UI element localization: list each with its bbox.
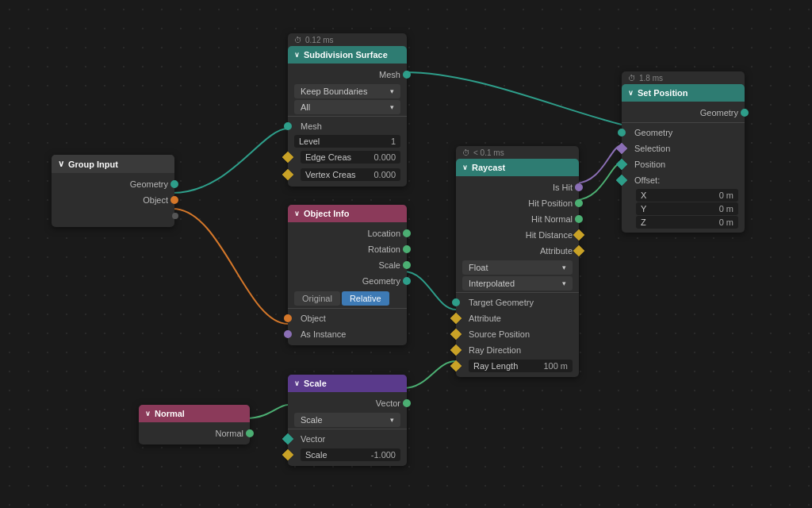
subdivision-surface-dropdown2[interactable]: All ▾	[294, 100, 400, 114]
chevron-down-icon2: ▾	[390, 103, 394, 111]
scale-vector-in-label: Vector	[294, 434, 400, 444]
raycast-raylength-row: Ray Length 100 m	[456, 358, 579, 374]
group-input-geometry-label: Geometry	[58, 179, 168, 189]
normal-header: ∨ Normal	[139, 405, 250, 422]
object-info-scale-socket[interactable]	[403, 261, 411, 269]
raycast-hitnormal-label: Hit Normal	[462, 214, 573, 224]
raycast-ishit-socket[interactable]	[575, 183, 583, 191]
raycast-attribute-out-socket[interactable]	[573, 245, 584, 256]
raycast-hitposition-socket[interactable]	[575, 199, 583, 207]
subdivision-surface-mesh-in-label: Mesh	[294, 121, 400, 131]
set-position-timer: 1.8 ms	[639, 74, 663, 83]
subdivision-surface-vertex-field[interactable]: Vertex Creas 0.000	[301, 168, 400, 181]
raycast-sourcepos-socket[interactable]	[450, 329, 462, 340]
group-input-geometry-socket[interactable]	[170, 180, 178, 188]
object-info-object-label: Object	[294, 314, 400, 323]
raycast-float-label: Float	[469, 263, 488, 272]
raycast-hitposition-row: Hit Position	[456, 195, 579, 211]
object-info-location-socket[interactable]	[403, 229, 411, 237]
chevron-down-icon: ▾	[390, 87, 394, 95]
group-input-object-socket[interactable]	[170, 196, 178, 204]
raycast-interpolated-dropdown[interactable]: Interpolated ▾	[462, 276, 573, 291]
raycast-raydir-label: Ray Direction	[462, 345, 573, 355]
subdivision-surface-vertex-value: 0.000	[373, 170, 396, 179]
normal-out-socket[interactable]	[246, 429, 254, 437]
subdivision-surface-mesh-in-row: Mesh	[288, 118, 407, 134]
group-input-extra-row	[52, 208, 174, 224]
normal-title: Normal	[155, 409, 185, 418]
set-position-x-field[interactable]: X 0 m	[636, 189, 738, 202]
subdivision-surface-arrow: ∨	[294, 51, 300, 59]
raycast-raylength-field[interactable]: Ray Length 100 m	[469, 360, 573, 372]
set-position-geometry-in-row: Geometry	[622, 125, 745, 140]
set-position-y-value: 0 m	[719, 204, 733, 214]
set-position-position-socket[interactable]	[616, 159, 627, 170]
object-info-arrow: ∨	[294, 210, 300, 217]
set-position-z-label: Z	[641, 217, 719, 227]
raycast-attribute-out-label: Attribute	[462, 246, 573, 256]
set-position-geometry-in-label: Geometry	[628, 128, 738, 137]
set-position-x-value: 0 m	[719, 190, 733, 200]
normal-out-row: Normal	[139, 425, 250, 441]
raycast-raydir-socket[interactable]	[450, 344, 462, 356]
set-position-offset-socket[interactable]	[616, 175, 627, 186]
subdivision-surface-mesh-out-row: Mesh	[288, 67, 407, 83]
object-info-rotation-socket[interactable]	[403, 245, 411, 253]
clock-icon: ⏱	[294, 36, 302, 44]
subdivision-surface-edge-value: 0.000	[373, 152, 396, 162]
raycast-raylength-socket[interactable]	[450, 360, 462, 371]
scale-dropdown[interactable]: Scale ▾	[294, 413, 400, 427]
subdivision-surface-mesh-in-socket[interactable]	[284, 122, 292, 130]
set-position-z-field[interactable]: Z 0 m	[636, 216, 738, 229]
original-button[interactable]: Original	[294, 291, 340, 306]
object-info-geometry-out-socket[interactable]	[403, 277, 411, 285]
subdivision-surface-dropdown1[interactable]: Keep Boundaries ▾	[294, 84, 400, 98]
object-info-asinstance-socket[interactable]	[284, 330, 292, 338]
raycast-target-socket[interactable]	[452, 298, 460, 306]
set-position-title: Set Position	[638, 88, 688, 98]
raycast-header: ∨ Raycast	[456, 159, 579, 176]
scale-vector-out-socket[interactable]	[403, 399, 411, 407]
object-info-object-socket[interactable]	[284, 314, 292, 322]
raycast-sourcepos-label: Source Position	[462, 329, 573, 339]
raycast-node: ⏱ < 0.1 ms ∨ Raycast Is Hit Hit Position…	[456, 146, 579, 377]
raycast-raylength-label: Ray Length	[473, 361, 543, 371]
subdivision-surface-level-value: 1	[391, 137, 396, 146]
set-position-y-label: Y	[641, 204, 719, 214]
object-info-asinstance-label: As Instance	[294, 329, 400, 339]
set-position-geometry-out-socket[interactable]	[741, 109, 749, 117]
scale-scale-field[interactable]: Scale -1.000	[301, 448, 400, 461]
scale-scale-socket[interactable]	[282, 449, 293, 460]
relative-button[interactable]: Relative	[342, 291, 389, 306]
subdivision-surface-dropdown2-label: All	[301, 102, 310, 112]
scale-vector-in-socket[interactable]	[282, 433, 293, 444]
set-position-selection-row: Selection	[622, 140, 745, 156]
raycast-attribute-in-socket[interactable]	[450, 313, 462, 324]
scale-vector-out-row: Vector	[288, 395, 407, 411]
object-info-asinstance-row: As Instance	[288, 326, 407, 342]
subdivision-surface-edge-field[interactable]: Edge Creas 0.000	[301, 151, 400, 164]
raycast-hitnormal-socket[interactable]	[575, 215, 583, 223]
set-position-y-field[interactable]: Y 0 m	[636, 202, 738, 215]
subdivision-surface-level-field[interactable]: Level 1	[294, 135, 400, 148]
normal-arrow: ∨	[145, 410, 151, 418]
set-position-geometry-out-row: Geometry	[622, 105, 745, 121]
subdivision-surface-timer-row: ⏱ 0.12 ms	[288, 33, 407, 46]
subdivision-surface-mesh-out-socket[interactable]	[403, 71, 411, 79]
object-info-scale-label: Scale	[294, 260, 400, 270]
raycast-float-dropdown[interactable]: Float ▾	[462, 260, 573, 275]
subdivision-surface-mesh-out-label: Mesh	[294, 70, 400, 79]
set-position-header: ∨ Set Position	[622, 84, 745, 102]
set-position-selection-socket[interactable]	[616, 143, 627, 154]
set-position-x-label: X	[641, 190, 719, 200]
scale-scale-value: -1.000	[371, 450, 396, 460]
raycast-attribute-out-row: Attribute	[456, 243, 579, 259]
raycast-hitdistance-row: Hit Distance	[456, 227, 579, 243]
raycast-attribute-in-label: Attribute	[462, 314, 573, 323]
group-input-object-row: Object	[52, 192, 174, 208]
subdivision-surface-vertex-label: Vertex Creas	[305, 170, 373, 179]
set-position-geometry-in-socket[interactable]	[618, 129, 626, 137]
raycast-hitdistance-socket[interactable]	[573, 229, 584, 241]
object-info-scale-row: Scale	[288, 257, 407, 273]
subdivision-surface-vertex-row: Vertex Creas 0.000	[288, 166, 407, 183]
